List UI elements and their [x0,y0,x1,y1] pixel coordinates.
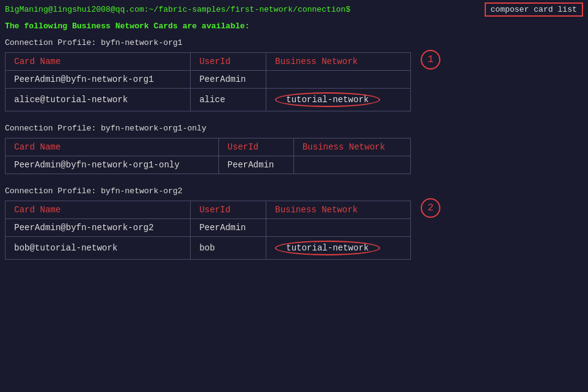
business-network-cell [266,71,411,89]
table-row: bob@tutorial-network bob tutorial-networ… [6,237,411,260]
col-header-userid: UserId [218,138,293,156]
section-org2: Connection Profile: byfn-network-org2 Ca… [0,186,588,272]
table-row: PeerAdmin@byfn-network-org2 PeerAdmin [6,219,411,237]
table-header-row: Card Name UserId Business Network [6,201,411,219]
userid-cell: alice [191,89,266,111]
connection-profile-org1-only: Connection Profile: byfn-network-org1-on… [5,124,583,133]
col-header-card-name: Card Name [6,53,191,71]
col-header-card-name: Card Name [6,201,191,219]
table-org1-only: Card Name UserId Business Network PeerAd… [5,138,411,174]
terminal-window: BigManing@lingshui2008@qq.com:~/fabric-s… [0,0,588,392]
col-header-userid: UserId [191,53,266,71]
badge-2: 2 [421,198,440,218]
business-network-cell [293,156,410,174]
card-name-cell: PeerAdmin@byfn-network-org1 [6,71,191,89]
title-command: composer card list [485,2,583,17]
table-row: PeerAdmin@byfn-network-org1 PeerAdmin [6,71,411,89]
connection-profile-name: byfn-network-org1 [101,38,183,47]
business-network-cell highlighted: tutorial-network [266,89,411,111]
col-header-business-network: Business Network [266,53,411,71]
card-name-cell: PeerAdmin@byfn-network-org2 [6,219,191,237]
connection-profile-label-3: Connection Profile: [5,186,101,196]
connection-profile-org2: Connection Profile: byfn-network-org2 [5,186,583,196]
table-org1: Card Name UserId Business Network PeerAd… [5,52,411,111]
connection-profile-name-2: byfn-network-org1-only [101,124,207,133]
col-header-userid: UserId [191,201,266,219]
col-header-business-network: Business Network [266,201,411,219]
badge-1: 1 [421,50,440,70]
highlighted-network-value-2: tutorial-network [275,241,379,255]
userid-cell: bob [191,237,266,260]
business-network-cell highlighted: tutorial-network [266,237,411,260]
card-name-cell: alice@tutorial-network [6,89,191,111]
table-row: PeerAdmin@byfn-network-org1-only PeerAdm… [6,156,411,174]
highlighted-network-value: tutorial-network [275,92,379,107]
table-org2: Card Name UserId Business Network PeerAd… [5,201,411,260]
card-name-cell: PeerAdmin@byfn-network-org1-only [6,156,219,174]
connection-profile-name-3: byfn-network-org2 [101,186,183,196]
connection-profile-label: Connection Profile: [5,38,101,47]
card-name-cell: bob@tutorial-network [6,237,191,260]
info-line: The following Business Network Cards are… [0,19,588,38]
userid-cell: PeerAdmin [218,156,293,174]
section-org1-only: Connection Profile: byfn-network-org1-on… [0,124,588,186]
table-row: alice@tutorial-network alice tutorial-ne… [6,89,411,111]
table-header-row: Card Name UserId Business Network [6,53,411,71]
section-org1: Connection Profile: byfn-network-org1 Ca… [0,38,588,124]
connection-profile-label-2: Connection Profile: [5,124,101,133]
col-header-business-network: Business Network [293,138,410,156]
business-network-cell [266,219,411,237]
title-path: BigManing@lingshui2008@qq.com:~/fabric-s… [5,5,351,14]
userid-cell: PeerAdmin [191,219,266,237]
table-header-row: Card Name UserId Business Network [6,138,411,156]
col-header-card-name: Card Name [6,138,219,156]
userid-cell: PeerAdmin [191,71,266,89]
connection-profile-org1: Connection Profile: byfn-network-org1 [5,38,583,47]
title-bar: BigManing@lingshui2008@qq.com:~/fabric-s… [0,0,588,19]
